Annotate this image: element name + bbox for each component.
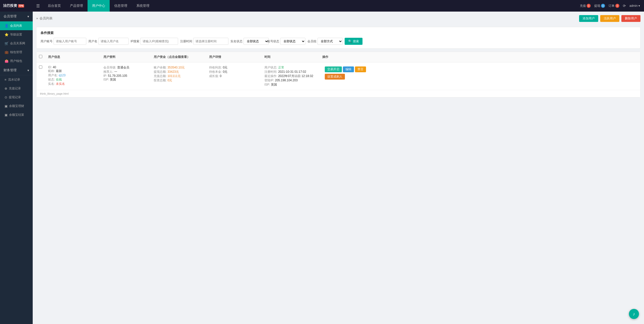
- breadcrumb-current: 会员列表: [39, 16, 53, 21]
- sidebar-section-members: 会员管理 ▾ 👤 会员列表 ⭐ 等级设置 🛒 会员关系网 💼 钱包管理 👛: [0, 12, 33, 65]
- nav-item-info[interactable]: 信息管理: [110, 0, 132, 12]
- admin-menu[interactable]: admin ▾: [629, 4, 640, 8]
- search-label-regtime: 注册时间: [180, 39, 192, 44]
- search-group-username: 用户名: [88, 38, 129, 45]
- time-cell: 用户状态: 正常 注册时间: 2021-10-31 01:17:02 最近操作:…: [262, 64, 320, 88]
- breadcrumb-separator: »: [36, 16, 38, 20]
- member-table: 用户信息 用户资料 用户资金（点击金额查看） 用户详情 时间 操作: [36, 52, 640, 97]
- search-input-ip[interactable]: [140, 38, 178, 45]
- search-input-regtime[interactable]: [193, 38, 228, 45]
- trade-open-button[interactable]: 交易开启: [325, 66, 342, 72]
- sidebar-item-yuebao-settle[interactable]: ▣ 余额宝结算: [0, 111, 33, 119]
- sidebar-item-member-network[interactable]: 🛒 会员关系网: [0, 39, 33, 48]
- search-label-realname: 实名状态: [230, 39, 243, 44]
- refresh-icon[interactable]: ⟳: [623, 4, 626, 8]
- order-badge[interactable]: 订单 0: [609, 4, 619, 8]
- withdraw-badge[interactable]: 提现 0: [594, 4, 605, 8]
- search-icon: 🔍: [348, 40, 352, 43]
- sidebar-group-members[interactable]: 会员管理 ▾: [0, 12, 33, 21]
- member-level: 会员等级: 普通会员: [103, 65, 149, 70]
- table-row-content: ID: 40 昵称: 最新 用户名: q123 状态:: [36, 62, 640, 90]
- sidebar-group-finance[interactable]: 财务管理 ▾: [0, 65, 33, 75]
- withdraw-records-icon: ⊙: [5, 95, 7, 99]
- recharge-badge[interactable]: 充值 0: [580, 4, 591, 8]
- search-select-member-group[interactable]: 全部方式 普通会员 VIP会员: [317, 38, 343, 45]
- yuebao-finance-icon: ▣: [5, 104, 8, 108]
- pending-capital: 待收本金: 0元: [209, 70, 259, 74]
- search-title: 条件搜索: [41, 31, 636, 35]
- search-input-account[interactable]: [54, 38, 86, 45]
- sidebar-item-withdraw-records[interactable]: ⊙ 提现记录: [0, 93, 33, 102]
- hamburger-icon[interactable]: ☰: [33, 4, 43, 8]
- th-checkbox: [36, 54, 46, 60]
- footer-path: think_library_page.html: [36, 90, 640, 97]
- search-group-ip: IP搜索: [131, 38, 178, 45]
- user-wallet-icon: 👛: [5, 59, 9, 63]
- invest-total: 投资总额: 0元: [154, 78, 204, 83]
- user-username: 用户名: q123: [48, 73, 98, 78]
- sidebar: 会员管理 ▾ 👤 会员列表 ⭐ 等级设置 🛒 会员关系网 💼 钱包管理 👛: [0, 12, 33, 324]
- search-select-realname[interactable]: 全部状态 已实名 未实名: [244, 38, 269, 45]
- sidebar-item-level-settings[interactable]: ⭐ 等级设置: [0, 30, 33, 39]
- search-group-regtime: 注册时间: [180, 38, 228, 45]
- th-time: 时间: [262, 54, 320, 60]
- nav-item-users[interactable]: 用户中心: [88, 0, 110, 12]
- search-label-member-group: 会员组: [307, 39, 316, 44]
- search-panel: 条件搜索 用户账号 用户名 IP搜索 注册时间: [36, 27, 640, 49]
- action-row-2: 设置成刷人: [325, 74, 635, 80]
- sidebar-item-flow-records[interactable]: ≡ 流水记录: [0, 75, 33, 84]
- yuebao-settle-icon: ▣: [5, 113, 8, 117]
- sidebar-item-yuebao-finance[interactable]: ▣ 余额宝理财: [0, 102, 33, 111]
- sidebar-item-flow-records-label: 流水记录: [8, 78, 20, 82]
- main-content: » 会员列表 添加用户 活跃用户 删除用户 条件搜索 用户账号 用户名: [33, 12, 644, 324]
- sidebar-item-recharge-records-label: 充值记录: [9, 86, 21, 91]
- recharge-total: 充值总额: 101111元: [154, 74, 204, 78]
- search-select-account-status[interactable]: 全部状态 正常 禁用: [280, 38, 305, 45]
- recharge-count: 0: [587, 4, 591, 8]
- nav-item-products[interactable]: 产品管理: [65, 0, 88, 12]
- search-input-username[interactable]: [98, 38, 129, 45]
- member-list-icon: 👤: [5, 24, 9, 28]
- top-navbar: 法巴投资 TP6 ☰ 后台首页 产品管理 用户中心 信息管理 系统管理 充值 0…: [0, 0, 644, 12]
- sidebar-group-members-label: 会员管理: [4, 14, 17, 19]
- sidebar-item-member-list[interactable]: 👤 会员列表: [0, 21, 33, 30]
- float-btn-icon: ♪: [633, 311, 635, 317]
- search-label-account: 用户账号: [41, 39, 53, 44]
- add-user-button[interactable]: 添加用户: [579, 15, 598, 22]
- member-network-icon: 🛒: [5, 42, 9, 45]
- search-row: 用户账号 用户名 IP搜索 注册时间 实名状态: [41, 38, 636, 45]
- floating-action-button[interactable]: ♪: [629, 309, 639, 319]
- nav-item-home[interactable]: 后台首页: [43, 0, 65, 12]
- pending-income: 待收利息: 0元: [209, 65, 259, 70]
- action-cell: 交易开启 编辑 禁言 设置成刷人: [320, 64, 640, 82]
- flow-records-icon: ≡: [5, 78, 7, 82]
- sidebar-group-finance-icon: ▾: [27, 68, 29, 72]
- logo: 法巴投资 TP6: [0, 4, 33, 8]
- user-realname: 实名: 未实名: [48, 82, 98, 86]
- sidebar-item-recharge-records[interactable]: ⊕ 充值记录: [0, 84, 33, 93]
- delete-user-button[interactable]: 删除用户: [621, 15, 640, 22]
- user-profile-cell: 会员等级: 普通会员 推荐人: 一 IP: 51.79.205.105: [101, 64, 151, 83]
- login-isp: ISP: 英国: [264, 83, 317, 87]
- search-group-account: 用户账号: [41, 38, 86, 45]
- nav-item-system[interactable]: 系统管理: [132, 0, 154, 12]
- search-label-ip: IP搜索: [131, 39, 139, 44]
- withdraw-total: 提现总额: 33423元: [154, 70, 204, 74]
- select-all-checkbox[interactable]: [39, 55, 42, 58]
- user-nickname: 昵称: 最新: [48, 69, 98, 73]
- user-account-status: 用户状态: 正常: [264, 65, 317, 70]
- sidebar-item-yuebao-settle-label: 余额宝结算: [9, 113, 24, 117]
- sidebar-item-yuebao-finance-label: 余额宝理财: [9, 104, 24, 108]
- sidebar-section-finance: 财务管理 ▾ ≡ 流水记录 ⊕ 充值记录 ⊙ 提现记录 ▣ 余额宝理财 ▣ 余额…: [0, 65, 33, 119]
- sidebar-item-user-wallet[interactable]: 👛 用户钱包: [0, 57, 33, 65]
- activate-user-button[interactable]: 活跃用户: [600, 15, 619, 22]
- order-count: 0: [615, 4, 619, 8]
- ban-button[interactable]: 禁言: [355, 66, 366, 72]
- edit-button[interactable]: 编辑: [343, 66, 354, 72]
- search-button[interactable]: 🔍 搜索: [345, 38, 363, 45]
- search-group-member-group: 会员组 全部方式 普通会员 VIP会员: [307, 38, 343, 45]
- sidebar-item-wallet-mgmt[interactable]: 💼 钱包管理: [0, 48, 33, 57]
- set-agent-button[interactable]: 设置成刷人: [325, 74, 345, 80]
- account-balance: 账户余额: 353540.10元: [154, 65, 204, 70]
- row-checkbox[interactable]: [39, 65, 42, 69]
